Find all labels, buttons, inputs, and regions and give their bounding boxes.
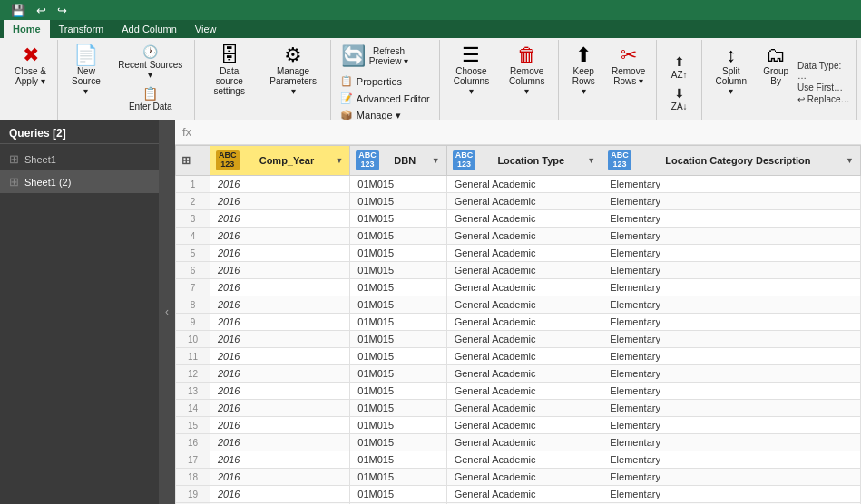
cell-loc-cat: Elementary: [602, 279, 861, 296]
dbn-type-badge: ABC123: [356, 150, 379, 170]
remove-rows-label: RemoveRows ▾: [612, 66, 645, 86]
cell-loc-type: General Academic: [446, 193, 602, 210]
cell-dbn: 01M015: [350, 193, 446, 210]
keep-rows-button[interactable]: ⬆ KeepRows ▾: [564, 42, 602, 99]
recent-sources-button[interactable]: 🕐 Recent Sources ▾: [113, 42, 189, 82]
new-source-label: NewSource ▾: [69, 66, 103, 96]
cell-dbn: 01M015: [350, 365, 446, 383]
group-by-label: GroupBy: [763, 66, 788, 86]
manage-parameters-button[interactable]: ⚙ ManageParameters ▾: [262, 42, 325, 99]
table-row[interactable]: 8 2016 01M015 General Academic Elementar…: [176, 296, 861, 314]
close-apply-button[interactable]: ✖ Close &Apply ▾: [9, 42, 52, 89]
refresh-preview-button[interactable]: 🔄 RefreshPreview ▾: [335, 42, 415, 71]
remove-columns-label: RemoveColumns ▾: [506, 66, 547, 96]
sidebar-item-sheet1-2[interactable]: ⊞ Sheet1 (2): [0, 170, 159, 193]
advanced-editor-button[interactable]: 📝 Advanced Editor: [335, 91, 435, 106]
table-row[interactable]: 18 2016 01M015 General Academic Elementa…: [176, 469, 861, 486]
cell-loc-type: General Academic: [446, 176, 602, 193]
table-row[interactable]: 16 2016 01M015 General Academic Elementa…: [176, 434, 861, 451]
cell-loc-cat: Elementary: [602, 348, 861, 365]
location-category-filter-button[interactable]: ▼: [845, 155, 855, 166]
group-close-items: ✖ Close &Apply ▾: [9, 42, 52, 123]
tab-transform[interactable]: Transform: [50, 20, 113, 38]
collapse-panel-button[interactable]: ‹: [159, 120, 175, 504]
col-location-type-inner: ABC123 Location Type ▼: [447, 146, 602, 175]
new-source-button[interactable]: 📄 NewSource ▾: [64, 42, 109, 99]
cell-loc-cat: Elementary: [602, 262, 861, 279]
tab-add-column[interactable]: Add Column: [113, 20, 186, 38]
cell-loc-cat: Elementary: [602, 314, 861, 331]
cell-dbn: 01M015: [350, 262, 446, 279]
remove-columns-button[interactable]: 🗑 RemoveColumns ▾: [501, 42, 553, 99]
dbn-header-text: DBN: [383, 155, 427, 166]
cell-loc-type: General Academic: [446, 228, 602, 245]
data-source-settings-icon: 🗄: [220, 44, 240, 66]
group-reduce-rows-items: ⬆ KeepRows ▾ ✂ RemoveRows ▾: [564, 42, 651, 123]
cell-comp-year: 2016: [210, 383, 350, 400]
cell-loc-type: General Academic: [446, 451, 602, 469]
redo-quick-btn[interactable]: ↪: [54, 2, 71, 19]
use-first-label: Use First…: [797, 82, 851, 92]
cell-row-num: 9: [176, 314, 210, 331]
split-column-button[interactable]: ↕ SplitColumn ▾: [708, 42, 754, 99]
group-by-button[interactable]: 🗂 GroupBy: [758, 42, 794, 89]
sidebar-item-sheet1[interactable]: ⊞ Sheet1: [0, 148, 159, 170]
table-row[interactable]: 2 2016 01M015 General Academic Elementar…: [176, 193, 861, 210]
sort-desc-button[interactable]: ⬇ ZA↓: [663, 83, 696, 113]
table-row[interactable]: 6 2016 01M015 General Academic Elementar…: [176, 262, 861, 279]
cell-loc-cat: Elementary: [602, 451, 861, 469]
location-category-header-text: Location Category Description: [635, 155, 841, 166]
col-dbn[interactable]: ABC123 DBN ▼: [350, 146, 446, 176]
properties-button[interactable]: 📋 Properties: [335, 73, 407, 89]
comp-year-filter-button[interactable]: ▼: [334, 155, 344, 166]
cell-row-num: 8: [176, 296, 210, 314]
table-row[interactable]: 19 2016 01M015 General Academic Elementa…: [176, 486, 861, 503]
table-row[interactable]: 10 2016 01M015 General Academic Elementa…: [176, 331, 861, 348]
properties-icon: 📋: [340, 75, 353, 87]
table-row[interactable]: 3 2016 01M015 General Academic Elementar…: [176, 210, 861, 228]
cell-loc-cat: Elementary: [602, 176, 861, 193]
table-row[interactable]: 11 2016 01M015 General Academic Elementa…: [176, 348, 861, 365]
cell-row-num: 15: [176, 417, 210, 434]
cell-row-num: 6: [176, 262, 210, 279]
tab-view[interactable]: View: [186, 20, 226, 38]
col-location-category-desc[interactable]: ABC123 Location Category Description ▼: [602, 146, 861, 176]
remove-rows-icon: ✂: [621, 44, 637, 66]
location-category-type-badge: ABC123: [608, 150, 631, 170]
location-type-filter-button[interactable]: ▼: [586, 155, 596, 166]
table-row[interactable]: 1 2016 01M015 General Academic Elementar…: [176, 176, 861, 193]
undo-quick-btn[interactable]: ↩: [33, 2, 50, 19]
save-quick-btn[interactable]: 💾: [7, 2, 29, 19]
remove-rows-button[interactable]: ✂ RemoveRows ▾: [606, 42, 651, 89]
enter-data-button[interactable]: 📋 Enter Data: [113, 83, 189, 113]
table-row[interactable]: 9 2016 01M015 General Academic Elementar…: [176, 314, 861, 331]
cell-loc-cat: Elementary: [602, 228, 861, 245]
sidebar-item-label-sheet1: Sheet1: [24, 154, 56, 165]
recent-sources-icon: 🕐: [142, 44, 158, 60]
table-row[interactable]: 7 2016 01M015 General Academic Elementar…: [176, 279, 861, 296]
dbn-filter-button[interactable]: ▼: [431, 155, 441, 166]
table-row[interactable]: 4 2016 01M015 General Academic Elementar…: [176, 228, 861, 245]
table-row[interactable]: 15 2016 01M015 General Academic Elementa…: [176, 417, 861, 434]
cell-loc-cat: Elementary: [602, 210, 861, 228]
cell-dbn: 01M015: [350, 434, 446, 451]
col-location-type[interactable]: ABC123 Location Type ▼: [446, 146, 602, 176]
col-comp-year[interactable]: ABC123 Comp_Year ▼: [210, 146, 350, 176]
table-row[interactable]: 12 2016 01M015 General Academic Elementa…: [176, 365, 861, 383]
sidebar-header: Queries [2]: [0, 120, 159, 144]
cell-comp-year: 2016: [210, 417, 350, 434]
choose-columns-button[interactable]: ☰ ChooseColumns ▾: [445, 42, 497, 99]
cell-comp-year: 2016: [210, 279, 350, 296]
table-row[interactable]: 17 2016 01M015 General Academic Elementa…: [176, 451, 861, 469]
table-row[interactable]: 14 2016 01M015 General Academic Elementa…: [176, 400, 861, 417]
table-row[interactable]: 13 2016 01M015 General Academic Elementa…: [176, 383, 861, 400]
col-location-category-desc-inner: ABC123 Location Category Description ▼: [602, 146, 860, 175]
cell-comp-year: 2016: [210, 348, 350, 365]
sort-asc-button[interactable]: ⬆ AZ↑: [663, 52, 696, 82]
cell-loc-type: General Academic: [446, 400, 602, 417]
manage-parameters-icon: ⚙: [284, 44, 302, 66]
choose-columns-label: ChooseColumns ▾: [451, 66, 492, 96]
tab-home[interactable]: Home: [4, 20, 50, 38]
table-row[interactable]: 5 2016 01M015 General Academic Elementar…: [176, 245, 861, 262]
data-source-settings-button[interactable]: 🗄 Data sourcesettings: [201, 42, 259, 99]
